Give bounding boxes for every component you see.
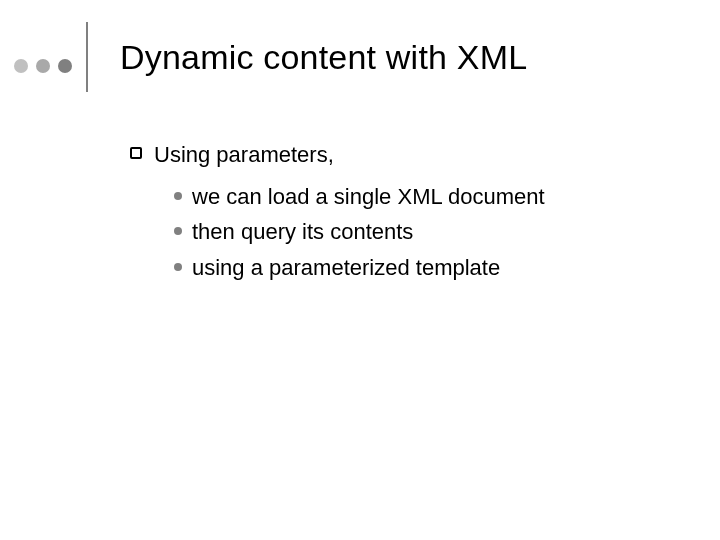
square-bullet-icon xyxy=(130,147,142,159)
header-decoration xyxy=(14,28,88,92)
circle-bullet-icon xyxy=(174,192,182,200)
slide-title: Dynamic content with XML xyxy=(120,38,527,77)
slide: Dynamic content with XML Using parameter… xyxy=(0,0,720,540)
decoration-dots xyxy=(14,59,72,73)
list-item-text: we can load a single XML document xyxy=(192,182,545,212)
sublist: we can load a single XML document then q… xyxy=(174,182,680,283)
list-item-text: using a parameterized template xyxy=(192,253,500,283)
list-item-text: Using parameters, xyxy=(154,140,334,170)
circle-bullet-icon xyxy=(174,227,182,235)
circle-bullet-icon xyxy=(174,263,182,271)
list-item: using a parameterized template xyxy=(174,253,680,283)
list-item-text: then query its contents xyxy=(192,217,413,247)
dot-icon xyxy=(14,59,28,73)
slide-body: Using parameters, we can load a single X… xyxy=(130,140,680,289)
dot-icon xyxy=(58,59,72,73)
dot-icon xyxy=(36,59,50,73)
list-item: then query its contents xyxy=(174,217,680,247)
list-item: we can load a single XML document xyxy=(174,182,680,212)
vertical-divider-icon xyxy=(86,22,88,92)
list-item: Using parameters, xyxy=(130,140,680,170)
